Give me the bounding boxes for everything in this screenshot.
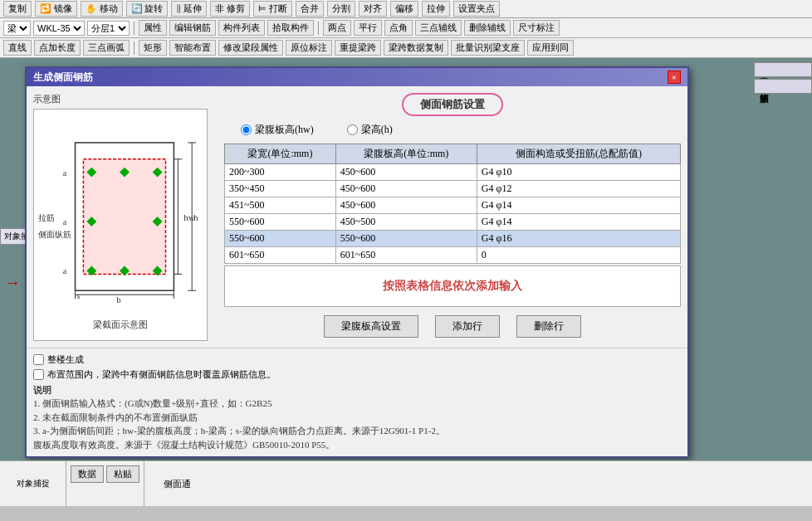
- table-cell-3-1[interactable]: 450~500: [335, 214, 477, 231]
- th-beam-width: 梁宽(单位:mm): [225, 144, 336, 164]
- toolbar-parallel[interactable]: 平行: [354, 20, 382, 36]
- table-cell-5-0[interactable]: 601~650: [225, 247, 336, 264]
- table-row[interactable]: 550~600450~500G4 φ14: [225, 214, 681, 231]
- toolbar-move[interactable]: ✋ 移动: [81, 1, 123, 17]
- placeholder-text: 按照表格信息依次添加输入: [370, 266, 535, 306]
- dialog-titlebar: 生成侧面钢筋 ×: [27, 68, 687, 86]
- table-cell-2-1[interactable]: 450~600: [335, 197, 477, 214]
- table-cell-0-2[interactable]: G4 φ10: [477, 164, 680, 181]
- toolbar-re-pick[interactable]: 重提梁跨: [335, 40, 381, 56]
- toolbar-dimension[interactable]: 尺寸标注: [513, 20, 560, 36]
- left-arrow: →: [4, 273, 21, 292]
- toolbar-offset[interactable]: 偏移: [390, 1, 418, 17]
- toolbar-trim[interactable]: 非 修剪: [210, 1, 250, 17]
- svg-text:a: a: [63, 266, 67, 275]
- toolbar-split[interactable]: 分割: [327, 1, 355, 17]
- table-cell-3-2[interactable]: G4 φ14: [477, 214, 680, 231]
- toolbar-properties[interactable]: 属性: [139, 20, 167, 36]
- toolbar-edit-rebar[interactable]: 编辑钢筋: [169, 20, 216, 36]
- toolbar-original-mark[interactable]: 原位标注: [286, 40, 332, 56]
- toolbar-del-aux[interactable]: 删除辅线: [464, 20, 511, 36]
- table-cell-0-1[interactable]: 450~600: [335, 164, 477, 181]
- toolbar-align[interactable]: 对齐: [359, 1, 387, 17]
- checkbox1-label: 整楼生成: [47, 353, 84, 366]
- toolbar-arc[interactable]: 三点画弧: [83, 40, 130, 56]
- svg-text:b: b: [116, 295, 121, 304]
- delete-row-button[interactable]: 删除行: [516, 315, 581, 338]
- dialog-body: 示意图: [27, 86, 687, 348]
- radio-hw-input[interactable]: [241, 124, 252, 135]
- paste-tab[interactable]: 粘贴: [106, 465, 139, 483]
- toolbar-setpoints[interactable]: 设置夹点: [453, 1, 500, 17]
- toolbar-two-points[interactable]: 两点: [323, 20, 351, 36]
- toolbar-point-length[interactable]: 点加长度: [34, 40, 81, 56]
- checkbox2-label: 布置范围内，梁跨中有侧面钢筋信息时覆盖原钢筋信息。: [47, 368, 276, 381]
- notes-title: 说明: [33, 384, 681, 397]
- th-rebar-config: 侧面构造或受扭筋(总配筋值): [477, 144, 680, 164]
- dialog-title: 生成侧面钢筋: [33, 71, 93, 85]
- table-cell-0-0[interactable]: 200~300: [225, 164, 336, 181]
- toolbar-rotate[interactable]: 🔄 旋转: [126, 1, 169, 17]
- toolbar-rect[interactable]: 矩形: [139, 40, 167, 56]
- checkbox2-item: 布置范围内，梁跨中有侧面钢筋信息时覆盖原钢筋信息。: [33, 368, 681, 381]
- toolbar-pick-component[interactable]: 拾取构件: [267, 20, 314, 36]
- table-cell-1-1[interactable]: 450~600: [335, 181, 477, 197]
- toolbar-apply-same[interactable]: 应用到同: [527, 40, 574, 56]
- toolbar-break[interactable]: ⊨ 打断: [253, 1, 292, 17]
- table-cell-4-1[interactable]: 550~600: [335, 231, 477, 247]
- radio-group: 梁腹板高(hw) 梁高(h): [224, 123, 681, 137]
- diagram-panel: 示意图: [33, 93, 216, 341]
- table-cell-1-2[interactable]: G4 φ12: [477, 181, 680, 197]
- beam-type-select[interactable]: 梁: [3, 21, 31, 36]
- section-title-text: 侧面钢筋设置: [420, 98, 485, 110]
- beam-id-select[interactable]: WKL-35: [33, 21, 85, 36]
- close-button[interactable]: ×: [668, 71, 681, 84]
- add-row-button[interactable]: 添加行: [435, 315, 500, 338]
- checkbox1-input[interactable]: [33, 354, 44, 365]
- table-cell-4-0[interactable]: 550~600: [225, 231, 336, 247]
- toolbar-angle-point[interactable]: 点角: [384, 20, 413, 36]
- toolbar-component-list[interactable]: 构件列表: [218, 20, 265, 36]
- toolbar-copy-span[interactable]: 梁跨数据复制: [384, 40, 448, 56]
- dialog: 生成侧面钢筋 × 示意图: [25, 66, 689, 458]
- radio-h-label[interactable]: 梁高(h): [347, 123, 393, 137]
- toolbar-mirror[interactable]: 🔁 镜像: [35, 1, 77, 17]
- svg-text:s: s: [77, 291, 81, 300]
- table-row[interactable]: 601~650601~6500: [225, 247, 681, 264]
- toolbar-batch-seat[interactable]: 批量识别梁支座: [451, 40, 525, 56]
- table-row[interactable]: 550~600550~600G4 φ16: [225, 231, 681, 247]
- toolbar-row2: 梁 WKL-35 分层1 属性 编辑钢筋 构件列表 拾取构件 两点 平行 点角 …: [0, 18, 812, 38]
- table-cell-4-2[interactable]: G4 φ16: [477, 231, 680, 247]
- tab-jiayan[interactable]: 加腋钢筋: [754, 79, 812, 94]
- toolbar-three-aux[interactable]: 三点辅线: [415, 20, 462, 36]
- checkbox2-input[interactable]: [33, 369, 44, 380]
- table-cell-5-1[interactable]: 601~650: [335, 247, 477, 264]
- radio-h-input[interactable]: [347, 124, 358, 135]
- section-title-wrapper: 侧面钢筋设置: [224, 93, 681, 116]
- toolbar-copy[interactable]: 复制: [3, 1, 32, 17]
- table-row[interactable]: 200~300450~600G4 φ10: [225, 164, 681, 181]
- toolbar-line[interactable]: 直线: [3, 40, 32, 56]
- table-cell-2-2[interactable]: G4 φ14: [477, 197, 680, 214]
- svg-text:侧面纵筋: 侧面纵筋: [38, 230, 71, 239]
- toolbar-smart-place[interactable]: 智能布置: [169, 40, 216, 56]
- radio-h-text: 梁高(h): [361, 123, 393, 137]
- table-cell-5-2[interactable]: 0: [477, 247, 680, 264]
- table-row[interactable]: 350~450450~600G4 φ12: [225, 181, 681, 197]
- toolbar-row1: 复制 🔁 镜像 ✋ 移动 🔄 旋转 ‖ 延伸 非 修剪 ⊨ 打断 合并 分割 对…: [0, 0, 812, 18]
- data-tab[interactable]: 数据: [71, 465, 104, 483]
- setup-button[interactable]: 梁腹板高设置: [324, 315, 418, 338]
- toolbar-modify-beam[interactable]: 修改梁段属性: [218, 40, 283, 56]
- layer-select[interactable]: 分层1: [87, 21, 130, 36]
- radio-hw-label[interactable]: 梁腹板高(hw): [241, 123, 314, 137]
- th-beam-height: 梁腹板高(单位:mm): [335, 144, 477, 164]
- tab-fuhe[interactable]: 腹高: [754, 62, 812, 77]
- table-row[interactable]: 451~500450~600G4 φ14: [225, 197, 681, 214]
- toolbar-stretch[interactable]: 拉伸: [422, 1, 450, 17]
- toolbar-extend[interactable]: ‖ 延伸: [171, 1, 207, 17]
- table-cell-1-0[interactable]: 350~450: [225, 181, 336, 197]
- table-cell-2-0[interactable]: 451~500: [225, 197, 336, 214]
- toolbar-merge[interactable]: 合并: [296, 1, 324, 17]
- placeholder-area: 按照表格信息依次添加输入: [224, 265, 681, 307]
- table-cell-3-0[interactable]: 550~600: [225, 214, 336, 231]
